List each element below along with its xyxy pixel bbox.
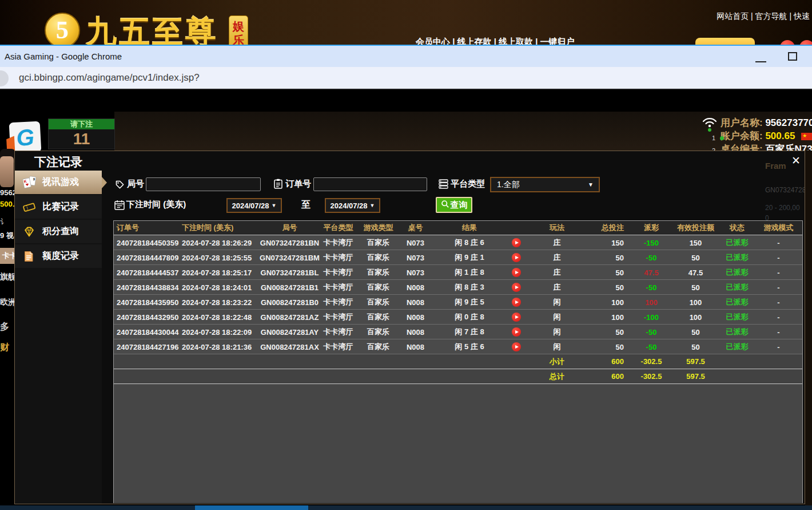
sidebar-item-match-records[interactable]: 比赛记录 [15, 195, 102, 219]
cell-order: 240728184427196 [114, 343, 180, 351]
totals-bet: 600 [577, 357, 631, 366]
bg-fragment: 财 [0, 342, 9, 354]
service-float-button[interactable] [780, 40, 795, 45]
logout-button[interactable]: 登出 [695, 38, 755, 45]
cell-platform: 卡卡湾厅 [320, 238, 357, 248]
cell-bet_type: 闲 [537, 312, 577, 322]
cell-status: 已派彩 [720, 327, 754, 337]
member-nav-links[interactable]: 会员中心 | 线上存款 | 线上取款 | 一键归户 [416, 37, 575, 45]
sidebar-item-video-games[interactable]: 9K视讯游戏 [15, 171, 102, 194]
play-icon [515, 345, 519, 349]
top-links[interactable]: 网站首页 | 官方导航 | 快速 [717, 11, 810, 22]
cell-payout: 100 [631, 298, 671, 307]
browser-urlbar[interactable]: gci.bbingp.com/agingame/pcv1/index.jsp? [0, 67, 812, 90]
cell-valid: 50 [671, 328, 720, 337]
date-to-select[interactable]: 2024/07/28 ▼ [325, 198, 380, 213]
cell-order: 240728184430044 [114, 328, 180, 337]
cell-total: 50 [577, 268, 631, 277]
minimize-button[interactable] [755, 61, 766, 62]
cell-game: 百家乐 [357, 267, 400, 278]
document-icon [22, 250, 37, 263]
cell-result: 闲 9 庄 5 [431, 295, 537, 310]
platform-type-value: 1.全部 [497, 180, 520, 190]
date-from-select[interactable]: 2024/07/28 ▼ [226, 198, 282, 213]
cell-status: 已派彩 [720, 282, 754, 292]
cell-result: 闲 8 庄 3 [431, 280, 537, 295]
balance-label: 账户余额: [721, 131, 763, 141]
sidebar-item-points-query[interactable]: 积分查询 [15, 220, 102, 243]
replay-button[interactable] [512, 298, 521, 307]
diamond-icon [22, 225, 37, 239]
cell-bet_type: 庄 [537, 252, 577, 263]
browser-titlebar: Asia Gaming - Google Chrome [0, 45, 812, 67]
cell-round: GN008247281B1 [260, 283, 320, 292]
round-number-label: 局号 [127, 179, 144, 189]
sidebar-item-credit-records[interactable]: 额度记录 [15, 244, 102, 268]
replay-button[interactable] [512, 283, 521, 292]
cell-payout: -50 [631, 254, 671, 262]
totals-payout: -302.5 [631, 357, 671, 366]
cell-table: N008 [400, 343, 431, 351]
cell-payout: 47.5 [631, 268, 671, 277]
replay-button[interactable] [512, 238, 521, 247]
cell-bet_type: 闲 [537, 297, 577, 307]
bg-fragment: 9 视 [0, 231, 14, 241]
search-icon [441, 200, 449, 210]
road-number: 1 [712, 135, 715, 141]
cell-result: 闲 7 庄 8 [431, 325, 537, 339]
search-button-label: 查询 [451, 200, 468, 211]
countdown-value: 11 [49, 129, 114, 149]
service-float-button[interactable] [799, 40, 812, 45]
sidebar-item-label: 积分查询 [42, 226, 79, 238]
platform-list-icon [438, 179, 449, 192]
cell-bet_type: 庄 [537, 267, 577, 278]
cell-time: 2024-07-28 18:22:09 [180, 328, 260, 337]
replay-button[interactable] [512, 268, 521, 277]
cell-total: 50 [577, 283, 631, 292]
cell-order: 240728184447809 [114, 254, 180, 262]
logo-letter: G [15, 124, 34, 151]
result-text: 闲 1 庄 8 [431, 265, 508, 280]
replay-button[interactable] [512, 253, 521, 262]
cell-valid: 50 [671, 254, 720, 262]
column-header: 局号 [260, 223, 320, 233]
replay-button[interactable] [512, 342, 521, 351]
cell-game: 百家乐 [357, 342, 400, 352]
balance-line: 账户余额: 500.65 ★ [721, 129, 812, 143]
cell-time: 2024-07-28 18:25:55 [180, 254, 260, 262]
cell-status: 已派彩 [720, 252, 754, 263]
cell-mode: - [754, 343, 803, 351]
cell-result: 闲 9 庄 1 [431, 250, 537, 265]
cell-table: N008 [400, 298, 431, 307]
cards-icon: 9K [22, 176, 37, 189]
replay-button[interactable] [512, 327, 521, 337]
cell-game: 百家乐 [357, 312, 400, 322]
cell-bet_type: 闲 [537, 342, 577, 352]
dialog-title: 下注记录 [34, 154, 82, 170]
table-header-row: 订单号下注时间 (美东)局号平台类型游戏类型桌号结果玩法总投注派彩有效投注额状态… [114, 221, 802, 235]
close-icon[interactable]: ✕ [791, 154, 801, 167]
platform-type-select[interactable]: 1.全部 ▼ [490, 177, 600, 192]
cell-time: 2024-07-28 18:22:48 [180, 313, 260, 322]
cell-valid: 47.5 [671, 268, 720, 277]
cell-valid: 150 [671, 239, 720, 247]
cell-valid: 100 [671, 313, 720, 322]
date-range-to-label: 至 [301, 199, 311, 211]
replay-button[interactable] [512, 313, 521, 322]
cell-round: GN008247281B0 [260, 298, 320, 307]
search-button[interactable]: 查询 [436, 197, 472, 213]
order-number-input[interactable] [313, 177, 427, 191]
cell-mode: - [754, 283, 803, 292]
column-header: 平台类型 [320, 223, 357, 233]
date-from-value: 2024/07/28 [232, 201, 269, 210]
sidebar-item-label: 视讯游戏 [42, 176, 79, 188]
scrollbar-thumb[interactable] [195, 505, 308, 510]
horizontal-scrollbar[interactable] [0, 505, 812, 510]
cell-result: 闲 5 庄 6 [431, 339, 537, 354]
url-text[interactable]: gci.bbingp.com/agingame/pcv1/index.jsp? [19, 72, 200, 84]
column-header: 订单号 [114, 223, 180, 233]
maximize-button[interactable] [788, 52, 797, 61]
chevron-down-icon: ▼ [588, 181, 594, 188]
bg-fragment: 旗舰厅 [0, 272, 14, 282]
round-number-input[interactable] [146, 177, 261, 191]
